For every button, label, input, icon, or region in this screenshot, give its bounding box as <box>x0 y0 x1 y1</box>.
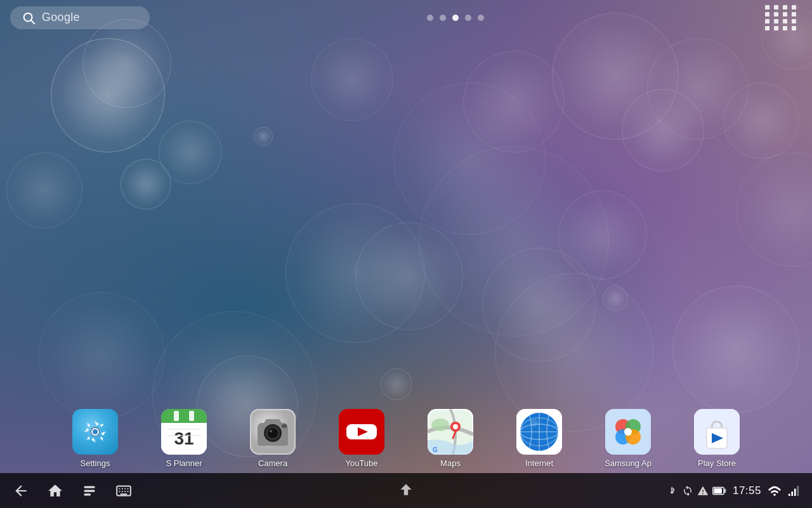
svg-text:31: 31 <box>174 429 193 448</box>
app-drawer-button[interactable] <box>761 1 802 34</box>
svg-rect-60 <box>714 488 722 493</box>
svg-rect-64 <box>797 485 799 495</box>
svg-point-19 <box>270 430 272 432</box>
camera-label: Camera <box>258 458 287 468</box>
svg-rect-20 <box>282 424 287 428</box>
svg-point-18 <box>268 428 278 438</box>
page-dot-1[interactable] <box>427 15 433 21</box>
topbar: Google <box>0 0 812 35</box>
svg-rect-45 <box>84 486 95 488</box>
page-dot-5[interactable] <box>478 15 484 21</box>
page-dot-2[interactable] <box>440 15 446 21</box>
search-label: Google <box>42 11 80 24</box>
page-dot-4[interactable] <box>465 15 471 21</box>
samsung-label: Samsung Ap <box>605 458 652 468</box>
svg-rect-8 <box>161 414 207 423</box>
svg-rect-47 <box>84 493 91 495</box>
recents-button[interactable] <box>81 483 98 499</box>
svg-rect-62 <box>791 491 793 495</box>
nav-left-buttons <box>13 483 132 499</box>
settings-label: Settings <box>81 458 110 468</box>
page-dot-3[interactable] <box>452 15 459 21</box>
wifi-icon <box>768 485 782 497</box>
usb-icon <box>667 485 678 497</box>
app-samsung[interactable]: Samsung Ap <box>584 405 672 472</box>
maps-icon-img: G <box>428 409 473 455</box>
navbar: 17:55 <box>0 473 812 508</box>
dock: Settings 31 S Planner <box>0 403 812 473</box>
app-youtube[interactable]: YouTube <box>317 405 406 472</box>
internet-label: Internet <box>525 458 553 468</box>
svg-text:G: G <box>433 446 438 453</box>
app-camera[interactable]: Camera <box>228 405 317 472</box>
svg-rect-61 <box>789 493 790 496</box>
splanner-label: S Planner <box>166 458 202 468</box>
time-display: 17:55 <box>733 485 761 497</box>
battery-icon <box>712 485 726 497</box>
svg-rect-12 <box>174 411 179 421</box>
status-icons <box>667 485 726 497</box>
playstore-label: Play Store <box>698 458 736 468</box>
maps-label: Maps <box>440 458 461 468</box>
settings-icon-img <box>72 409 118 455</box>
svg-point-4 <box>93 429 98 434</box>
camera-icon-img <box>250 409 296 455</box>
svg-rect-59 <box>724 488 726 492</box>
home-button[interactable] <box>47 483 63 499</box>
keyboard-button[interactable] <box>115 483 132 499</box>
page-dots <box>427 15 484 21</box>
youtube-icon-img <box>339 409 384 455</box>
svg-rect-46 <box>84 490 95 491</box>
splanner-icon-img: 31 <box>161 409 207 455</box>
app-splanner[interactable]: 31 S Planner <box>140 405 228 472</box>
app-settings[interactable]: Settings <box>51 405 140 472</box>
youtube-label: YouTube <box>345 458 377 468</box>
google-search-bar[interactable]: Google <box>10 6 150 29</box>
svg-rect-63 <box>794 488 796 496</box>
recycle-icon <box>682 485 693 497</box>
svg-point-28 <box>453 424 458 429</box>
playstore-icon-img <box>694 409 740 455</box>
back-button[interactable] <box>13 483 29 499</box>
app-playstore[interactable]: Play Store <box>672 405 761 472</box>
app-internet[interactable]: Internet <box>495 405 584 472</box>
status-bar: 17:55 <box>667 485 799 497</box>
svg-point-42 <box>624 428 632 436</box>
svg-line-1 <box>31 20 34 23</box>
internet-icon-img <box>516 409 562 455</box>
app-maps[interactable]: G Maps <box>406 405 495 472</box>
signal-icon <box>788 485 799 497</box>
home-up-button[interactable] <box>398 481 414 500</box>
samsung-icon-img <box>605 409 651 455</box>
search-icon <box>22 11 36 25</box>
svg-point-36 <box>530 419 538 427</box>
svg-rect-13 <box>189 411 194 421</box>
svg-point-26 <box>431 418 449 431</box>
warning-icon <box>697 485 709 497</box>
